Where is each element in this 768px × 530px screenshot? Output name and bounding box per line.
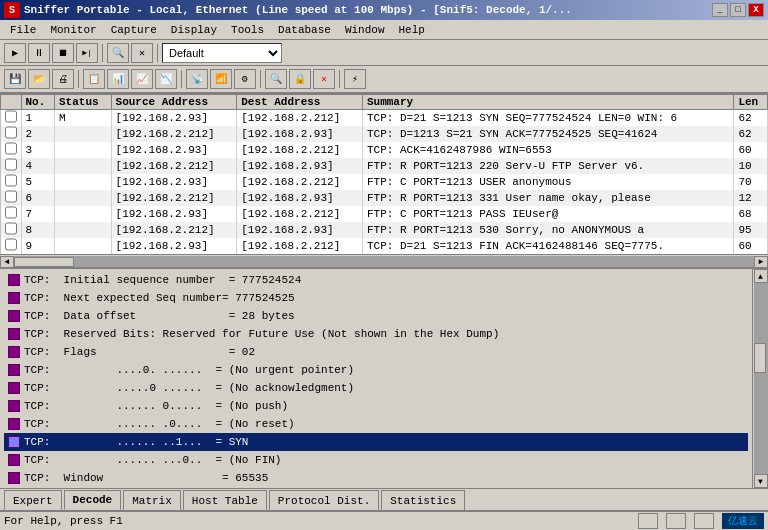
decode-icon-2 xyxy=(8,310,20,322)
row-checkbox-1[interactable] xyxy=(5,126,17,139)
table-row[interactable]: 9[192.168.2.93][192.168.2.212]TCP: D=21 … xyxy=(1,238,768,254)
zoom-button[interactable]: 🔍 xyxy=(265,69,287,89)
cell-no: 6 xyxy=(21,190,55,206)
decode-line-8: TCP: ...... .0.... = (No reset) xyxy=(4,415,748,433)
lock-button[interactable]: 🔒 xyxy=(289,69,311,89)
row-checkbox-6[interactable] xyxy=(5,206,17,219)
cell-len: 68 xyxy=(734,206,768,222)
play-button[interactable]: ▶ xyxy=(4,43,26,63)
chart1-button[interactable]: 📊 xyxy=(107,69,129,89)
titlebar: S Sniffer Portable - Local, Ethernet (Li… xyxy=(0,0,768,20)
row-checkbox-4[interactable] xyxy=(5,174,17,187)
menu-help[interactable]: Help xyxy=(393,22,431,38)
table-row[interactable]: 8[192.168.2.212][192.168.2.93]FTP: R POR… xyxy=(1,222,768,238)
close-button[interactable]: X xyxy=(748,3,764,17)
row-checkbox-0[interactable] xyxy=(5,110,17,123)
scroll-right-arrow[interactable]: ► xyxy=(754,256,768,268)
decode-icon-4 xyxy=(8,346,20,358)
table-row[interactable]: 2[192.168.2.212][192.168.2.93]TCP: D=121… xyxy=(1,126,768,142)
scroll-left-arrow[interactable]: ◄ xyxy=(0,256,14,268)
main-content: No. Status Source Address Dest Address S… xyxy=(0,94,768,488)
cell-summary: FTP: R PORT=1213 331 User name okay, ple… xyxy=(362,190,733,206)
cell-status xyxy=(55,206,112,222)
close2-button[interactable]: ✕ xyxy=(313,69,335,89)
filter-dropdown[interactable]: Default xyxy=(162,43,282,63)
net-button[interactable]: 📡 xyxy=(186,69,208,89)
minimize-button[interactable]: _ xyxy=(712,3,728,17)
copy-button[interactable]: 📋 xyxy=(83,69,105,89)
cell-len: 95 xyxy=(734,222,768,238)
cell-status xyxy=(55,126,112,142)
tab-expert[interactable]: Expert xyxy=(4,490,62,510)
cell-summary: FTP: C PORT=1213 USER anonymous xyxy=(362,174,733,190)
menu-monitor[interactable]: Monitor xyxy=(44,22,102,38)
row-checkbox-7[interactable] xyxy=(5,222,17,235)
cell-dst: [192.168.2.93] xyxy=(237,126,363,142)
cell-len: 60 xyxy=(734,142,768,158)
clear-button[interactable]: ✕ xyxy=(131,43,153,63)
print-button[interactable]: 🖨 xyxy=(52,69,74,89)
cell-len: 60 xyxy=(734,238,768,254)
save-button[interactable]: 💾 xyxy=(4,69,26,89)
sep5 xyxy=(260,70,261,88)
decode-text-0: TCP: Initial sequence number = 777524524 xyxy=(24,274,301,286)
menu-tools[interactable]: Tools xyxy=(225,22,270,38)
cell-no: 7 xyxy=(21,206,55,222)
open-button[interactable]: 📂 xyxy=(28,69,50,89)
extra-button[interactable]: ⚡ xyxy=(344,69,366,89)
cell-status: M xyxy=(55,110,112,127)
signal-button[interactable]: 📶 xyxy=(210,69,232,89)
skip-button[interactable]: ▶| xyxy=(76,43,98,63)
table-row[interactable]: 6[192.168.2.212][192.168.2.93]FTP: R POR… xyxy=(1,190,768,206)
search-button[interactable]: 🔍 xyxy=(107,43,129,63)
h-scroll-track[interactable] xyxy=(14,256,754,268)
h-scrollbar[interactable]: ◄ ► xyxy=(0,254,768,268)
col-summary: Summary xyxy=(362,95,733,110)
col-src: Source Address xyxy=(111,95,237,110)
pause-button[interactable]: ⏸ xyxy=(28,43,50,63)
decode-icon-8 xyxy=(8,418,20,430)
chart3-button[interactable]: 📉 xyxy=(155,69,177,89)
table-row[interactable]: 5[192.168.2.93][192.168.2.212]FTP: C POR… xyxy=(1,174,768,190)
tab-statistics[interactable]: Statistics xyxy=(381,490,465,510)
statusbar: For Help, press F1 亿速云 xyxy=(0,510,768,530)
scroll-down-arrow[interactable]: ▼ xyxy=(754,474,768,488)
sep4 xyxy=(181,70,182,88)
settings-button[interactable]: ⚙ xyxy=(234,69,256,89)
menu-database[interactable]: Database xyxy=(272,22,337,38)
table-scroll[interactable]: No. Status Source Address Dest Address S… xyxy=(0,94,768,254)
v-scrollbar[interactable]: ▲ ▼ xyxy=(752,269,768,488)
decode-icon-9 xyxy=(8,436,20,448)
chart2-button[interactable]: 📈 xyxy=(131,69,153,89)
decode-line-0: TCP: Initial sequence number = 777524524 xyxy=(4,271,748,289)
table-row[interactable]: 1M[192.168.2.93][192.168.2.212]TCP: D=21… xyxy=(1,110,768,127)
table-row[interactable]: 4[192.168.2.212][192.168.2.93]FTP: R POR… xyxy=(1,158,768,174)
decode-icon-10 xyxy=(8,454,20,466)
scroll-thumb[interactable] xyxy=(754,343,766,373)
row-checkbox-8[interactable] xyxy=(5,238,17,251)
table-row[interactable]: 3[192.168.2.93][192.168.2.212]TCP: ACK=4… xyxy=(1,142,768,158)
h-scroll-thumb[interactable] xyxy=(14,257,74,267)
status-text: For Help, press F1 xyxy=(4,515,634,527)
menu-capture[interactable]: Capture xyxy=(105,22,163,38)
tab-protocol-dist.[interactable]: Protocol Dist. xyxy=(269,490,379,510)
row-checkbox-2[interactable] xyxy=(5,142,17,155)
scroll-track[interactable] xyxy=(754,283,768,474)
cell-summary: FTP: C PORT=1213 PASS IEUser@ xyxy=(362,206,733,222)
menu-file[interactable]: File xyxy=(4,22,42,38)
title-text: Sniffer Portable - Local, Ethernet (Line… xyxy=(24,4,572,16)
table-row[interactable]: 7[192.168.2.93][192.168.2.212]FTP: C POR… xyxy=(1,206,768,222)
tab-decode[interactable]: Decode xyxy=(64,490,122,510)
row-checkbox-5[interactable] xyxy=(5,190,17,203)
scroll-up-arrow[interactable]: ▲ xyxy=(754,269,768,283)
menu-display[interactable]: Display xyxy=(165,22,223,38)
cell-no: 2 xyxy=(21,126,55,142)
decode-text-5: TCP: ....0. ...... = (No urgent pointer) xyxy=(24,364,354,376)
maximize-button[interactable]: □ xyxy=(730,3,746,17)
row-checkbox-3[interactable] xyxy=(5,158,17,171)
menu-window[interactable]: Window xyxy=(339,22,391,38)
tab-matrix[interactable]: Matrix xyxy=(123,490,181,510)
sep3 xyxy=(78,70,79,88)
tab-host-table[interactable]: Host Table xyxy=(183,490,267,510)
stop-button[interactable]: ⏹ xyxy=(52,43,74,63)
